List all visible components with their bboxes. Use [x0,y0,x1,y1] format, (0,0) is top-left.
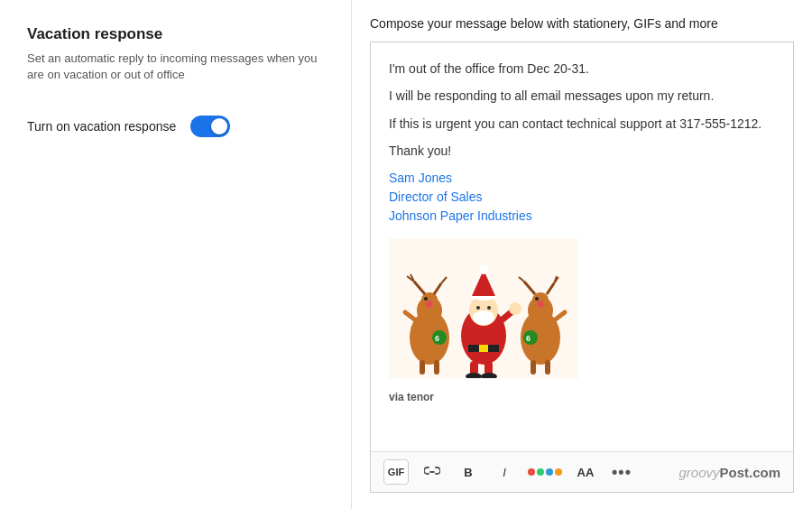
svg-rect-12 [434,360,439,375]
svg-point-21 [476,306,480,310]
toggle-row: Turn on vacation response [27,116,324,137]
colors-button[interactable] [528,468,562,476]
message-line-1: I'm out of the office from Dec 20-31. [389,59,775,79]
compose-label: Compose your message below with statione… [370,16,794,31]
color-green [537,468,544,476]
more-options-button[interactable]: ••• [609,459,634,485]
svg-text:6: 6 [435,334,439,343]
left-panel: Vacation response Set an automatic reply… [0,0,352,509]
gif-image-area: 6 6 via tenor [389,238,775,407]
message-line-3: If this is urgent you can contact techni… [389,114,775,134]
editor-box: I'm out of the office from Dec 20-31. I … [370,42,794,493]
message-line-2: I will be responding to all email messag… [389,86,775,106]
signature-name: Sam Jones [389,169,775,188]
signature-company: Johnson Paper Industries [389,207,775,226]
svg-point-38 [537,301,544,308]
editor-content[interactable]: I'm out of the office from Dec 20-31. I … [371,42,793,451]
message-line-4: Thank you! [389,141,775,161]
svg-point-22 [487,306,491,310]
svg-rect-16 [479,345,488,352]
color-blue [546,468,553,476]
svg-point-9 [426,301,433,308]
christmas-gif: 6 6 [389,238,578,378]
gif-button[interactable]: GIF [383,459,409,485]
font-size-button[interactable]: AA [573,459,598,485]
italic-button[interactable]: I [492,459,517,485]
svg-rect-41 [545,360,550,375]
svg-rect-11 [420,360,425,375]
svg-point-10 [424,297,428,301]
svg-point-20 [479,265,488,274]
bold-button[interactable]: B [456,459,481,485]
signature-title: Director of Sales [389,188,775,207]
link-button[interactable] [420,459,445,485]
section-title: Vacation response [27,25,324,43]
svg-text:6: 6 [526,334,531,343]
via-tenor: via tenor [389,389,775,406]
vacation-response-toggle[interactable] [190,116,230,137]
svg-point-29 [509,302,521,315]
section-description: Set an automatic reply to incoming messa… [27,51,324,83]
toggle-knob [211,118,227,134]
right-panel: Compose your message below with statione… [352,0,812,509]
color-red [528,468,535,476]
toggle-label: Turn on vacation response [27,119,176,134]
svg-point-39 [535,297,539,301]
svg-point-23 [473,310,494,325]
watermark: groovyPost.com [678,465,780,480]
color-yellow [555,468,562,476]
signature: Sam Jones Director of Sales Johnson Pape… [389,169,775,226]
editor-toolbar: GIF B I AA ••• [371,451,793,492]
svg-rect-40 [531,360,536,375]
